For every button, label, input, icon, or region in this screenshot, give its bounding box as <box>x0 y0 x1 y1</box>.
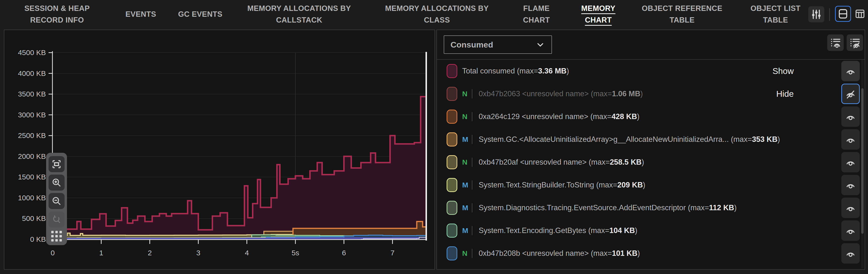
toggle-series-visibility-button[interactable] <box>841 175 860 195</box>
toolbar-drag-handle[interactable] <box>49 229 65 244</box>
x-tick-label: 2 <box>148 249 152 257</box>
y-tick-label: 3000 KB <box>18 111 46 119</box>
legend-row[interactable]: N0xa264c129 <unresovled name> (max=428 K… <box>437 105 865 128</box>
x-tick-label: 3 <box>196 249 200 257</box>
series-name: 0xb47b20af <unresovled name> <box>479 158 587 167</box>
tab-label: MEMORY ALLOCATIONS BY CLASS <box>376 3 498 26</box>
legend-scrollbar-thumb[interactable] <box>861 88 864 234</box>
series-max: (max=104 KB) <box>586 226 638 235</box>
legend-row[interactable]: MSystem.Text.Encoding.GetBytes (max=104 … <box>437 219 865 242</box>
kind-divider <box>472 112 472 121</box>
legend-row[interactable]: N0xb47b208b <unresovled name> (max=101 K… <box>437 242 865 265</box>
series-max: (max=3.36 MB) <box>515 67 569 75</box>
series-type-value: Consumed <box>451 40 535 49</box>
series-max: (max=112 KB) <box>686 203 737 212</box>
toggle-series-visibility-button[interactable] <box>841 220 860 241</box>
tab-label: OBJECT REFERENCE TABLE <box>636 3 728 26</box>
legend-header: Consumed <box>437 30 865 60</box>
y-tick-label: 2500 KB <box>18 131 46 139</box>
zoom-out-button[interactable] <box>49 193 65 209</box>
toggle-series-visibility-button[interactable] <box>841 61 860 81</box>
tab-label: SESSION & HEAP RECORD INFO <box>9 3 105 26</box>
y-tick-label: 1500 KB <box>18 173 46 181</box>
series-max: (max=428 KB) <box>588 112 640 121</box>
legend-row[interactable]: N0xb47b20af <unresovled name> (max=258.5… <box>437 151 865 174</box>
series-name: System.Diagnostics.Tracing.EventSource.A… <box>479 203 686 212</box>
tab-events[interactable]: EVENTS <box>112 0 170 29</box>
tab-object-reference-table[interactable]: OBJECT REFERENCE TABLE <box>630 0 734 29</box>
toggle-series-visibility-button[interactable] <box>841 129 860 149</box>
series-kind-badge: M <box>462 196 468 219</box>
zoom-out-icon <box>51 196 62 206</box>
series-color-swatch <box>446 246 457 261</box>
list-eye-off-icon <box>849 37 861 48</box>
memory-profiler-window: SESSION & HEAP RECORD INFOEVENTSGC EVENT… <box>0 0 868 274</box>
tab-object-list-table[interactable]: OBJECT LIST TABLE <box>734 0 817 29</box>
x-tick-label: 7 <box>391 249 395 257</box>
eye-icon <box>845 111 856 122</box>
tab-gc-events[interactable]: GC EVENTS <box>170 0 230 29</box>
eye-icon <box>845 202 856 213</box>
series-name: System.GC.<AllocateUninitializedArray>g_… <box>479 135 729 144</box>
x-tick-label: 1 <box>99 249 103 257</box>
toggle-series-visibility-button[interactable] <box>841 243 860 264</box>
series-type-select[interactable]: Consumed <box>444 35 552 54</box>
layout-split-rows-button[interactable] <box>835 6 851 22</box>
tab-memory-allocations-by-callstack[interactable]: MEMORY ALLOCATIONS BY CALLSTACK <box>230 0 368 29</box>
y-tick-label: 4500 KB <box>18 48 46 57</box>
series-max: (max=258.5 KB) <box>587 158 644 167</box>
chevron-down-icon <box>535 40 545 49</box>
toggle-series-visibility-button[interactable] <box>841 198 860 218</box>
eye-off-icon <box>845 88 856 99</box>
series-max: (max=1.06 MB) <box>589 90 643 98</box>
series-kind-badge: M <box>462 174 468 196</box>
zoom-in-button[interactable] <box>49 175 65 191</box>
kind-divider <box>472 249 472 258</box>
legend-row[interactable]: Total consumed (max=3.36 MB)Show <box>437 60 865 82</box>
series-area <box>53 97 427 239</box>
legend-row[interactable]: MSystem.GC.<AllocateUninitializedArray>g… <box>437 128 865 151</box>
series-name: System.Text.Encoding.GetBytes <box>479 226 586 235</box>
eye-icon <box>845 157 856 168</box>
legend-row[interactable]: MSystem.Text.StringBuilder.ToString (max… <box>437 174 865 196</box>
series-color-swatch <box>446 132 457 146</box>
tab-label: GC EVENTS <box>178 8 223 20</box>
fit-to-view-button[interactable] <box>49 156 65 172</box>
tab-memory-allocations-by-class[interactable]: MEMORY ALLOCATIONS BY CLASS <box>368 0 506 29</box>
series-max: (max=101 KB) <box>589 249 640 258</box>
legend-row[interactable]: N0xb47b2063 <unresovled name> (max=1.06 … <box>437 82 865 105</box>
y-tick-label: 2000 KB <box>18 152 46 160</box>
x-tick-label: 6 <box>342 249 346 257</box>
layout-split-rows-icon <box>837 8 848 20</box>
fit-to-view-icon <box>51 159 62 170</box>
kind-divider <box>472 89 472 98</box>
memory-chart-panel: 0 KB500 KB1000 KB1500 KB2000 KB2500 KB30… <box>4 30 435 270</box>
reset-zoom-button[interactable] <box>49 211 65 228</box>
toggle-series-visibility-button[interactable] <box>841 152 860 172</box>
visibility-action-label: Show <box>772 60 794 82</box>
hide-all-series-button[interactable] <box>847 34 863 51</box>
layout-columns-button[interactable] <box>852 6 868 22</box>
series-kind-badge: N <box>462 105 467 128</box>
view-tab-bar: SESSION & HEAP RECORD INFOEVENTSGC EVENT… <box>0 0 868 29</box>
tab-session-heap-record-info[interactable]: SESSION & HEAP RECORD INFO <box>2 0 112 29</box>
legend-row[interactable]: MSystem.Diagnostics.Tracing.EventSource.… <box>437 196 865 219</box>
series-kind-badge: N <box>462 242 467 265</box>
series-color-swatch <box>446 178 457 192</box>
memory-chart-plot[interactable]: 0 KB500 KB1000 KB1500 KB2000 KB2500 KB30… <box>4 30 434 269</box>
y-tick-label: 500 KB <box>22 214 46 222</box>
tab-label: MEMORY ALLOCATIONS BY CALLSTACK <box>239 3 360 26</box>
y-tick-label: 1000 KB <box>18 194 46 202</box>
series-kind-badge: N <box>462 82 467 105</box>
series-name: Total consumed <box>462 67 515 75</box>
kind-divider <box>472 158 472 167</box>
toggle-series-visibility-button[interactable] <box>841 106 860 127</box>
toggle-series-visibility-button[interactable] <box>841 84 860 104</box>
tab-flame-chart[interactable]: FLAME CHART <box>506 0 567 29</box>
show-all-series-button[interactable] <box>827 34 844 51</box>
tab-memory-chart[interactable]: MEMORY CHART <box>567 0 630 29</box>
eye-icon <box>845 225 856 236</box>
zoom-in-icon <box>51 177 62 188</box>
eye-icon <box>845 65 856 77</box>
settings-sliders-button[interactable] <box>808 6 824 22</box>
